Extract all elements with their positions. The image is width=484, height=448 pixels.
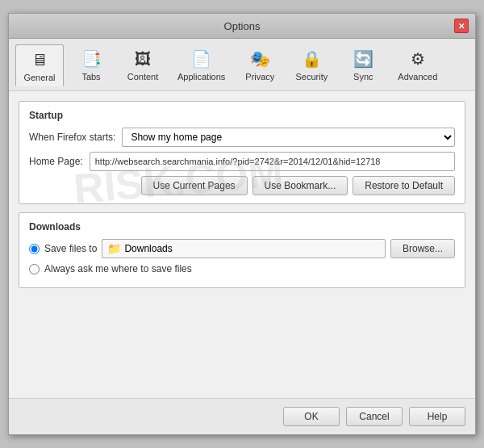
browse-button[interactable]: Browse... xyxy=(390,239,455,258)
sync-icon: 🔄 xyxy=(350,48,376,70)
content-icon: 🖼 xyxy=(130,48,156,70)
use-current-pages-button[interactable]: Use Current Pages xyxy=(141,176,248,195)
title-bar: Options ✕ xyxy=(9,14,475,39)
restore-to-default-button[interactable]: Restore to Default xyxy=(353,176,455,195)
save-files-label: Save files to xyxy=(44,243,97,254)
options-window: Options ✕ 🖥 General 📑 Tabs 🖼 Content 📄 A… xyxy=(8,13,476,435)
startup-section: Startup When Firefox starts: Show my hom… xyxy=(19,101,465,204)
tab-security-label: Security xyxy=(295,72,328,82)
when-starts-label: When Firefox starts: xyxy=(29,132,115,143)
home-page-input[interactable] xyxy=(90,152,455,171)
save-files-row: Save files to 📁 Downloads Browse... xyxy=(29,239,455,258)
save-folder-text: Downloads xyxy=(124,243,172,254)
ok-button[interactable]: OK xyxy=(283,407,340,426)
tab-security[interactable]: 🔒 Security xyxy=(287,44,336,86)
use-bookmark-button[interactable]: Use Bookmark... xyxy=(252,176,348,195)
tab-privacy-label: Privacy xyxy=(245,72,274,82)
homepage-row: Home Page: xyxy=(29,152,455,171)
save-files-radio[interactable] xyxy=(29,244,40,254)
tab-advanced[interactable]: ⚙ Advanced xyxy=(390,44,444,86)
window-title: Options xyxy=(30,20,454,32)
close-button[interactable]: ✕ xyxy=(454,19,469,33)
applications-icon: 📄 xyxy=(189,48,215,70)
when-starts-select[interactable]: Show my home page xyxy=(122,128,455,147)
startup-buttons: Use Current Pages Use Bookmark... Restor… xyxy=(29,176,455,195)
security-icon: 🔒 xyxy=(298,48,324,70)
tab-content-label: Content xyxy=(127,72,159,82)
always-ask-label: Always ask me where to save files xyxy=(44,263,192,274)
tab-sync-label: Sync xyxy=(353,72,373,82)
tab-applications[interactable]: 📄 Applications xyxy=(170,44,232,86)
tab-applications-label: Applications xyxy=(177,72,225,82)
tab-general-label: General xyxy=(23,73,55,82)
advanced-icon: ⚙ xyxy=(405,48,431,70)
tab-tabs[interactable]: 📑 Tabs xyxy=(67,44,115,86)
startup-row: When Firefox starts: Show my home page xyxy=(29,128,455,147)
startup-title: Startup xyxy=(29,110,455,121)
tab-content[interactable]: 🖼 Content xyxy=(119,44,167,86)
tab-privacy[interactable]: 🎭 Privacy xyxy=(236,44,284,86)
privacy-icon: 🎭 xyxy=(247,48,273,70)
tabs-icon: 📑 xyxy=(78,48,104,70)
tab-tabs-label: Tabs xyxy=(81,72,100,82)
tab-advanced-label: Advanced xyxy=(398,72,437,82)
cancel-button[interactable]: Cancel xyxy=(346,407,403,426)
downloads-section: Downloads Save files to 📁 Downloads Brow… xyxy=(19,212,465,288)
downloads-path-field: 📁 Downloads xyxy=(102,239,386,258)
tab-general[interactable]: 🖥 General xyxy=(15,44,64,86)
downloads-title: Downloads xyxy=(29,221,455,232)
content-area: RISK.COM Startup When Firefox starts: Sh… xyxy=(9,91,475,398)
home-page-label: Home Page: xyxy=(29,156,83,167)
tab-toolbar: 🖥 General 📑 Tabs 🖼 Content 📄 Application… xyxy=(9,39,475,91)
always-ask-radio[interactable] xyxy=(29,264,40,274)
footer: OK Cancel Help xyxy=(9,398,475,434)
folder-icon: 📁 xyxy=(107,242,121,255)
help-button[interactable]: Help xyxy=(409,407,465,426)
general-icon: 🖥 xyxy=(27,48,52,71)
tab-sync[interactable]: 🔄 Sync xyxy=(339,44,387,86)
always-ask-row: Always ask me where to save files xyxy=(29,263,455,274)
